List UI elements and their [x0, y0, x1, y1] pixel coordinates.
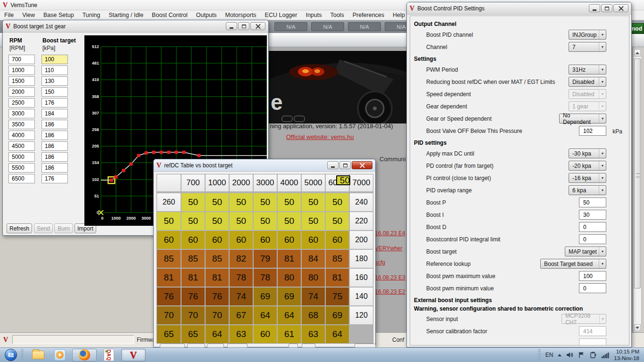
menu-item-tuning[interactable]: Tuning — [78, 11, 105, 19]
refdc-cell-140-3000[interactable]: 67 — [230, 306, 253, 324]
boost-target-input-3000[interactable] — [41, 109, 68, 118]
rpm-input-1000[interactable] — [8, 66, 35, 75]
menu-item-ecu-logger[interactable]: ECU Logger — [261, 11, 302, 19]
rpm-input-3000[interactable] — [8, 109, 35, 118]
refdc-cell-240-6000[interactable]: 50 — [302, 212, 325, 230]
refdc-cell-120-6000[interactable]: 63 — [302, 325, 325, 343]
refdc-cell-260-3000[interactable]: 50 — [230, 193, 253, 211]
scroll-thumb[interactable] — [634, 58, 641, 288]
refdc-cell-240-2000[interactable]: 50 — [206, 212, 229, 230]
refdc-cell-200-1000[interactable]: 85 — [182, 250, 205, 268]
idaq-taskbar-icon[interactable]: DAQ — [101, 349, 117, 361]
boost-target-input-6500[interactable] — [41, 174, 68, 183]
refdc-cell-120-4000[interactable]: 60 — [254, 325, 277, 343]
language-indicator[interactable]: EN — [545, 352, 553, 358]
refdc-cell-240-4000[interactable]: 50 — [254, 212, 277, 230]
network-signal-icon[interactable] — [602, 352, 609, 358]
boost-target-input-700[interactable] — [41, 55, 68, 64]
boost-pwm-minimum-value-input[interactable] — [579, 283, 606, 293]
refdc-cell-240-1000[interactable]: 50 — [182, 212, 205, 230]
show-hidden-icons-icon[interactable] — [558, 354, 561, 356]
refdc-cell-120-5000[interactable]: 61 — [278, 325, 301, 343]
boostcontrol-pid-integral-limit-input[interactable] — [579, 234, 606, 244]
menu-item-preferences[interactable]: Preferences — [348, 11, 388, 19]
close-button[interactable] — [613, 4, 628, 12]
boost-pwm-maximum-value-input[interactable] — [579, 271, 606, 281]
minimize-button[interactable] — [589, 4, 600, 12]
boost-valve-off-below-this-pressure-input[interactable] — [579, 126, 606, 136]
refdc-cell-180-1000[interactable]: 81 — [182, 269, 205, 287]
close-button[interactable] — [250, 22, 265, 30]
clock[interactable]: 10:15 PM 13-Nov-18 — [614, 348, 639, 362]
pwm-period-dropdown[interactable]: 31Hz▼ — [569, 65, 606, 74]
refdc-cell-220-5000[interactable]: 60 — [278, 231, 301, 249]
refdc-cell-260-7000[interactable]: 50 — [326, 193, 349, 211]
menu-item-view[interactable]: View — [18, 11, 39, 19]
pd-control-far-from-target-dropdown[interactable]: -20 kpa▼ — [569, 161, 606, 171]
boost-p-input[interactable] — [579, 197, 606, 207]
refdc-cell-260-700[interactable]: 50 — [336, 175, 350, 185]
rpm-input-4000[interactable] — [8, 131, 35, 140]
start-button[interactable] — [5, 349, 17, 361]
refdc-cell-160-6000[interactable]: 74 — [302, 288, 325, 305]
remove-hardware-icon[interactable] — [590, 352, 597, 358]
rpm-input-3500[interactable] — [8, 120, 35, 129]
refdc-cell-200-4000[interactable]: 79 — [254, 250, 277, 268]
media-player-taskbar-icon[interactable] — [52, 349, 68, 361]
refdc-cell-240-700[interactable]: 50 — [157, 212, 181, 230]
refdc-cell-260-5000[interactable]: 50 — [278, 193, 301, 211]
firefox-taskbar-button[interactable] — [72, 349, 97, 362]
apply-max-dc-until-dropdown[interactable]: -30 kpa▼ — [569, 148, 606, 158]
refdc-cell-140-4000[interactable]: 64 — [254, 306, 277, 324]
refdc-cell-120-7000[interactable]: 64 — [326, 325, 349, 343]
boost-target-input-4000[interactable] — [41, 131, 68, 140]
refdc-cell-220-6000[interactable]: 60 — [302, 231, 325, 249]
refresh-button[interactable]: Refresh — [7, 223, 32, 233]
refdc-cell-240-7000[interactable]: 50 — [326, 212, 349, 230]
refdc-cell-180-700[interactable]: 81 — [157, 269, 181, 287]
refdc-cell-220-7000[interactable]: 60 — [326, 231, 349, 249]
rpm-input-2000[interactable] — [8, 87, 35, 97]
boost-target-input-5500[interactable] — [41, 163, 68, 173]
boost-window-titlebar[interactable]: V Boost target 1st gear — [3, 20, 268, 33]
menu-item-tools[interactable]: Tools — [326, 11, 348, 19]
channel-dropdown[interactable]: 7▼ — [569, 42, 606, 52]
refdc-cell-260-1000[interactable]: 50 — [182, 193, 205, 211]
menu-item-boost-control[interactable]: Boost Control — [148, 11, 192, 19]
rpm-input-5000[interactable] — [8, 152, 35, 162]
scroll-down-arrow-icon[interactable] — [634, 324, 641, 331]
refdc-cell-160-3000[interactable]: 74 — [230, 288, 253, 305]
rpm-input-1500[interactable] — [8, 76, 35, 86]
welcome-link-16-08-23-e4[interactable]: 16.08.23 E4 — [375, 230, 405, 237]
refdc-cell-180-6000[interactable]: 80 — [302, 269, 325, 287]
menu-item-file[interactable]: File — [0, 11, 18, 19]
refdc-cell-200-7000[interactable]: 85 — [326, 250, 349, 268]
rpm-input-2500[interactable] — [8, 98, 35, 107]
refdc-cell-160-700[interactable]: 76 — [157, 288, 181, 305]
refdc-cell-200-3000[interactable]: 82 — [230, 250, 253, 268]
refdc-cell-140-6000[interactable]: 68 — [302, 306, 325, 324]
menu-item-base-setup[interactable]: Base Setup — [39, 11, 78, 19]
refdc-cell-200-700[interactable]: 85 — [157, 250, 181, 268]
boost-pid-channel-dropdown[interactable]: INJGroup▼ — [569, 30, 606, 40]
reducing-boost-refdc-when-over-mat-egt-limits-dropdown[interactable]: Disabled▼ — [569, 77, 606, 87]
refdc-cell-200-5000[interactable]: 81 — [278, 250, 301, 268]
restore-button[interactable] — [339, 161, 351, 169]
menu-item-inputs[interactable]: Inputs — [301, 11, 326, 19]
close-button[interactable] — [352, 161, 372, 169]
pi-control-close-to-target-dropdown[interactable]: -16 kpa▼ — [569, 173, 606, 183]
refdc-cell-240-3000[interactable]: 50 — [230, 212, 253, 230]
refdc-cell-180-4000[interactable]: 78 — [254, 269, 277, 287]
explorer-taskbar-icon[interactable] — [30, 349, 46, 361]
refdc-cell-220-1000[interactable]: 60 — [182, 231, 205, 249]
refdc-cell-180-7000[interactable]: 81 — [326, 269, 349, 287]
refdc-cell-240-5000[interactable]: 50 — [278, 212, 301, 230]
refdc-cell-160-5000[interactable]: 69 — [278, 288, 301, 305]
boost-target-input-4500[interactable] — [41, 141, 68, 151]
refdc-cell-120-1000[interactable]: 65 — [182, 325, 205, 343]
refdc-cell-200-2000[interactable]: 85 — [206, 250, 229, 268]
boost-i-input[interactable] — [579, 210, 606, 220]
refdc-cell-140-7000[interactable]: 69 — [326, 306, 349, 324]
boost-target-input-1000[interactable] — [41, 66, 68, 75]
refdc-cell-140-5000[interactable]: 64 — [278, 306, 301, 324]
